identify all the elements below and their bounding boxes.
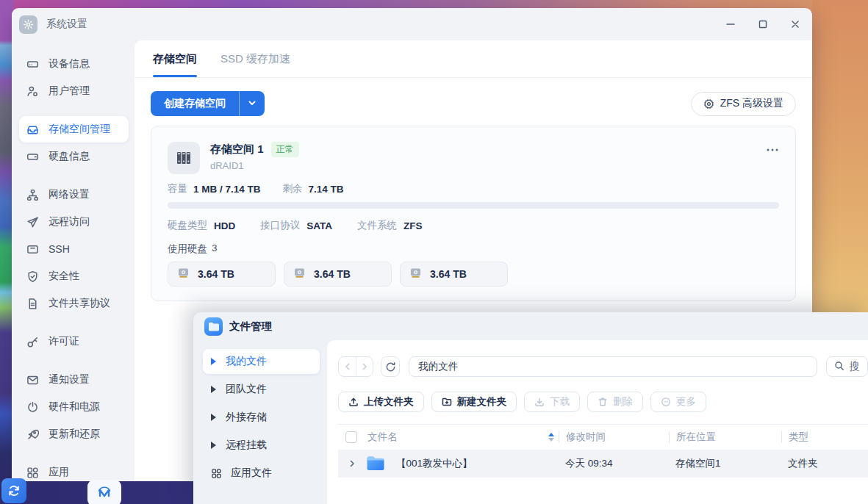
interface-label: 接口协议 bbox=[260, 219, 300, 232]
address-bar-input[interactable]: 我的文件 bbox=[409, 356, 817, 377]
user-icon bbox=[26, 85, 39, 98]
close-icon[interactable] bbox=[790, 19, 800, 29]
sort-icon[interactable] bbox=[548, 433, 554, 442]
disk-size: 3.64 TB bbox=[430, 268, 467, 280]
sidebar-item-label: 硬件和电源 bbox=[49, 400, 100, 414]
terminal-icon bbox=[26, 243, 39, 256]
maximize-icon[interactable] bbox=[758, 19, 768, 29]
disk-chip[interactable]: 3.64 TB bbox=[400, 262, 508, 287]
fm-sidebar-item-app-files[interactable]: 应用文件 bbox=[203, 461, 320, 486]
interface-value: SATA bbox=[306, 220, 332, 231]
column-header-modified[interactable]: 修改时间 bbox=[559, 431, 669, 443]
sidebar-item-license[interactable]: 许可证 bbox=[19, 328, 129, 355]
sidebar-item-label: 硬盘信息 bbox=[49, 150, 90, 163]
refresh-button[interactable] bbox=[381, 356, 400, 377]
select-all-checkbox[interactable] bbox=[345, 431, 357, 443]
column-header-type[interactable]: 类型 bbox=[781, 431, 868, 443]
sidebar-item-file-sharing[interactable]: 文件共享协议 bbox=[19, 290, 129, 317]
fm-sidebar-item-team-files[interactable]: 团队文件 bbox=[203, 377, 320, 402]
sidebar-item-network-settings[interactable]: 网络设置 bbox=[19, 181, 129, 208]
upload-icon bbox=[348, 397, 359, 407]
hdd-drive-icon bbox=[409, 267, 422, 281]
file-manager-window: 文件管理 我的文件 团队文件 外接存储 远程挂载 应用文件 bbox=[193, 312, 868, 504]
disks-used-count: 3 bbox=[212, 242, 218, 256]
raid-type-label: dRAID1 bbox=[210, 160, 299, 171]
sidebar-item-remote-access[interactable]: 远程访问 bbox=[19, 209, 129, 235]
disk-type-value: HDD bbox=[214, 220, 235, 231]
expand-chevron-icon[interactable] bbox=[348, 459, 356, 468]
sidebar-item-hardware-power[interactable]: 硬件和电源 bbox=[19, 394, 129, 420]
shield-icon bbox=[26, 270, 39, 283]
create-storage-split-button[interactable]: 创建存储空间 bbox=[151, 91, 265, 116]
upload-folder-button[interactable]: 上传文件夹 bbox=[338, 392, 424, 412]
more-icon bbox=[661, 397, 671, 407]
sync-app-icon[interactable] bbox=[1, 478, 26, 503]
back-button[interactable] bbox=[339, 357, 356, 376]
sidebar-item-label: 安全性 bbox=[49, 270, 79, 283]
fm-sidebar-item-external-storage[interactable]: 外接存储 bbox=[203, 405, 320, 430]
sidebar-item-label: 应用 bbox=[49, 466, 69, 479]
sidebar-item-label: 存储空间管理 bbox=[49, 123, 110, 136]
disk-size: 3.64 TB bbox=[198, 268, 234, 280]
sidebar-item-label: 文件共享协议 bbox=[49, 297, 110, 310]
triangle-icon bbox=[211, 358, 216, 365]
fm-sidebar-item-remote-mount[interactable]: 远程挂载 bbox=[203, 433, 320, 458]
minimize-icon[interactable] bbox=[725, 19, 736, 29]
table-row[interactable]: 【001教发中心】 今天 09:34 存储空间1 文件夹 bbox=[338, 450, 868, 478]
nas-array-icon bbox=[168, 142, 200, 174]
column-header-location[interactable]: 所在位置 bbox=[669, 431, 781, 443]
tab-storage-space[interactable]: 存储空间 bbox=[153, 40, 197, 77]
network-icon bbox=[26, 189, 39, 201]
disk-chip[interactable]: 3.64 TB bbox=[284, 262, 392, 287]
more-button[interactable]: 更多 bbox=[650, 392, 706, 412]
new-folder-button[interactable]: 新建文件夹 bbox=[431, 392, 517, 412]
delete-button[interactable]: 删除 bbox=[587, 392, 643, 412]
sidebar-item-ssh[interactable]: SSH bbox=[19, 236, 129, 262]
sidebar-item-label: 网络设置 bbox=[49, 188, 90, 201]
fm-sidebar-item-my-files[interactable]: 我的文件 bbox=[203, 349, 320, 374]
search-button[interactable]: 搜 bbox=[826, 356, 868, 377]
sidebar-item-storage-management[interactable]: 存储空间管理 bbox=[19, 116, 129, 143]
sidebar-item-notifications[interactable]: 通知设置 bbox=[19, 367, 129, 393]
create-storage-button[interactable]: 创建存储空间 bbox=[151, 91, 240, 116]
column-header-name[interactable]: 文件名 bbox=[367, 431, 398, 444]
file-location: 存储空间1 bbox=[669, 457, 781, 470]
storage-pool-card[interactable]: 存储空间 1 正常 dRAID1 容量 1 MB / 7.14 TB 剩余 7.… bbox=[151, 126, 796, 301]
apps-icon bbox=[26, 467, 39, 479]
capacity-progress-bar bbox=[168, 202, 779, 209]
file-manager-titlebar[interactable]: 文件管理 bbox=[193, 312, 868, 340]
hdd-drive-icon bbox=[177, 267, 190, 281]
sidebar-item-disk-info[interactable]: 硬盘信息 bbox=[19, 143, 129, 170]
apps-icon bbox=[211, 468, 222, 479]
download-button[interactable]: 下载 bbox=[524, 392, 580, 412]
triangle-icon bbox=[211, 386, 216, 393]
forward-button[interactable] bbox=[356, 357, 373, 376]
sidebar-item-security[interactable]: 安全性 bbox=[19, 263, 129, 289]
new-folder-icon bbox=[442, 397, 452, 407]
tab-bar: 存储空间 SSD 缓存加速 bbox=[134, 40, 812, 78]
sidebar-item-user-management[interactable]: 用户管理 bbox=[19, 78, 129, 104]
sidebar-item-label: 设备信息 bbox=[49, 57, 90, 71]
hdd-icon bbox=[26, 151, 39, 163]
file-name[interactable]: 【001教发中心】 bbox=[396, 457, 473, 470]
sidebar-item-update-restore[interactable]: 更新和还原 bbox=[19, 421, 129, 447]
tab-ssd-cache[interactable]: SSD 缓存加速 bbox=[220, 40, 290, 77]
file-table: 文件名 修改时间 所在位置 类型 【001教发中心】 今天 bbox=[338, 424, 868, 478]
file-manager-title: 文件管理 bbox=[229, 320, 272, 334]
sidebar-item-label: 更新和还原 bbox=[49, 428, 100, 441]
remote-icon bbox=[26, 216, 39, 228]
free-label: 剩余 bbox=[283, 182, 303, 195]
folder-icon bbox=[366, 456, 385, 472]
create-storage-dropdown-button[interactable] bbox=[240, 91, 265, 116]
card-more-icon[interactable] bbox=[766, 148, 779, 152]
sidebar-item-device-info[interactable]: 设备信息 bbox=[19, 51, 129, 77]
zfs-advanced-settings-button[interactable]: ZFS 高级设置 bbox=[691, 92, 796, 116]
triangle-icon bbox=[211, 442, 216, 449]
capacity-value: 1 MB / 7.14 TB bbox=[193, 184, 261, 195]
disk-chip[interactable]: 3.64 TB bbox=[168, 262, 276, 287]
nas-assistant-app-icon[interactable] bbox=[87, 480, 121, 504]
storage-icon bbox=[26, 123, 39, 136]
settings-titlebar[interactable]: 系统设置 bbox=[12, 8, 812, 40]
file-manager-main: 我的文件 搜 上传文件夹 新建文件夹 下载 bbox=[327, 340, 868, 504]
chevron-down-icon bbox=[248, 97, 257, 110]
